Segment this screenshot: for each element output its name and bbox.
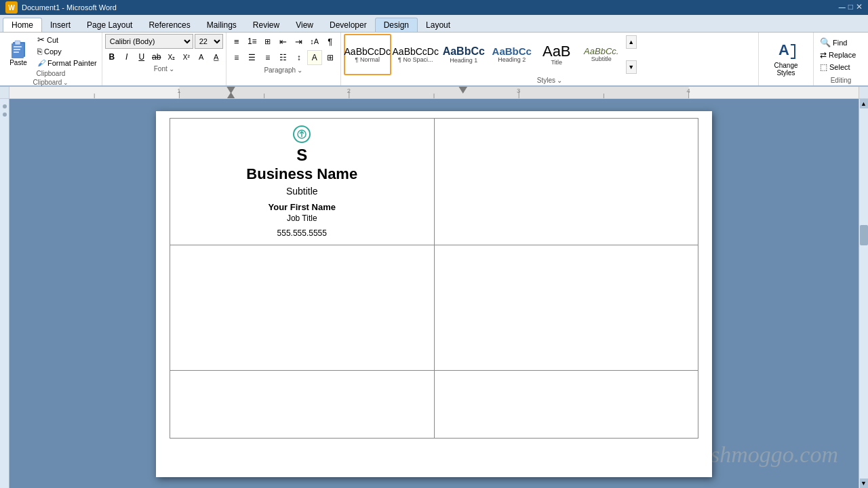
- italic-button[interactable]: I: [120, 50, 134, 64]
- superscript-button[interactable]: X²: [180, 50, 193, 64]
- copy-label: Copy: [44, 47, 62, 56]
- card-bot-left[interactable]: [170, 370, 435, 438]
- card-grid: S Business Name Subtitle Your First Name…: [170, 118, 698, 439]
- card-logo-circle: [293, 125, 311, 143]
- shading-button[interactable]: A: [307, 50, 322, 65]
- sort-button[interactable]: ↕A: [307, 34, 322, 49]
- increase-indent-button[interactable]: ⇥: [292, 34, 307, 49]
- card-your-name: Your First Name: [269, 202, 336, 212]
- paste-label: Paste: [9, 59, 27, 66]
- right-scrollbar[interactable]: ▲ ▼: [859, 99, 868, 488]
- underline-button[interactable]: U: [135, 50, 149, 64]
- card-top-left[interactable]: S Business Name Subtitle Your First Name…: [170, 119, 435, 245]
- svg-rect-5: [14, 52, 19, 53]
- borders-button[interactable]: ⊞: [323, 50, 338, 65]
- tab-view[interactable]: View: [288, 18, 321, 32]
- numbering-button[interactable]: 1≡: [245, 34, 260, 49]
- watermark: shmoggo.com: [711, 442, 838, 468]
- card-mid-right[interactable]: [434, 245, 698, 370]
- document-area: shmoggo.com: [9, 99, 859, 488]
- bold-button[interactable]: B: [105, 50, 119, 64]
- strikethrough-button[interactable]: ab: [150, 50, 163, 64]
- font-expand-icon[interactable]: ⌄: [169, 65, 174, 73]
- line-spacing-button[interactable]: ↕: [292, 50, 307, 65]
- tab-home[interactable]: Home: [3, 18, 42, 32]
- tab-review[interactable]: Review: [245, 18, 288, 32]
- tab-page-layout[interactable]: Page Layout: [79, 18, 140, 32]
- style-heading1[interactable]: AaBbCc Heading 1: [440, 34, 488, 75]
- font-size-select[interactable]: 22: [195, 34, 223, 49]
- clipboard-expand-icon[interactable]: ⌄: [63, 79, 68, 86]
- style-heading2-preview: AaBbCc: [492, 46, 532, 56]
- find-label: Find: [833, 39, 847, 47]
- style-subtitle[interactable]: AaBbCc. Subtitle: [578, 34, 625, 75]
- font-family-select[interactable]: Calibri (Body): [105, 34, 193, 49]
- svg-text:2: 2: [347, 87, 351, 94]
- style-normal-label: ¶ Normal: [355, 56, 380, 63]
- show-para-button[interactable]: ¶: [323, 34, 338, 49]
- align-right-button[interactable]: ≡: [260, 50, 275, 65]
- style-subtitle-label: Subtitle: [591, 56, 612, 62]
- card-subtitle: Subtitle: [286, 186, 318, 197]
- bullets-button[interactable]: ≡: [229, 34, 244, 49]
- format-painter-button[interactable]: 🖌 Format Painter: [35, 58, 99, 68]
- paste-button[interactable]: Paste: [3, 34, 34, 68]
- style-no-spacing-preview: AaBbCcDc: [393, 47, 439, 56]
- style-heading1-preview: AaBbCc: [443, 46, 485, 57]
- card-job-title: Job Title: [287, 214, 317, 223]
- font-color-button[interactable]: A: [210, 50, 223, 64]
- card-business-name: Business Name: [246, 165, 357, 183]
- styles-scroll-down[interactable]: ▼: [626, 60, 637, 74]
- copy-button[interactable]: ⎘ Copy: [35, 46, 99, 57]
- tab-layout[interactable]: Layout: [418, 18, 458, 32]
- justify-button[interactable]: ☷: [276, 50, 291, 65]
- style-title-preview: AaB: [542, 44, 571, 59]
- replace-label: Replace: [829, 51, 856, 59]
- card-mid-left[interactable]: [170, 245, 435, 370]
- align-center-button[interactable]: ☰: [245, 50, 260, 65]
- subscript-button[interactable]: X₂: [165, 50, 178, 64]
- align-left-button[interactable]: ≡: [229, 50, 244, 65]
- style-no-spacing[interactable]: AaBbCcDc ¶ No Spaci...: [392, 34, 439, 75]
- style-normal[interactable]: AaBbCcDc ¶ Normal: [344, 34, 391, 75]
- card-s-letter: S: [296, 146, 307, 165]
- find-button[interactable]: 🔍 Find: [818, 37, 864, 48]
- svg-text:4: 4: [686, 87, 690, 94]
- decrease-indent-button[interactable]: ⇤: [276, 34, 291, 49]
- card-top-right[interactable]: [434, 119, 698, 245]
- cut-button[interactable]: ✂ Cut: [35, 34, 99, 45]
- svg-text:1: 1: [177, 87, 180, 94]
- cut-label: Cut: [47, 36, 58, 44]
- change-styles-button[interactable]: A Change Styles: [764, 40, 808, 78]
- styles-scroll-up[interactable]: ▲: [626, 35, 637, 49]
- style-title[interactable]: AaB Title: [536, 34, 577, 75]
- style-normal-preview: AaBbCcDc: [344, 47, 391, 56]
- font-section-label: Font: [154, 65, 167, 73]
- styles-expand-icon[interactable]: ⌄: [557, 77, 562, 84]
- logo-icon: [296, 129, 307, 140]
- card-bot-right[interactable]: [434, 370, 698, 438]
- select-label: Select: [829, 63, 850, 71]
- text-effect-button[interactable]: A: [195, 50, 208, 64]
- clipboard-section-label: Clipboard: [33, 79, 62, 86]
- replace-button[interactable]: ⇄ Replace: [818, 49, 864, 60]
- select-button[interactable]: ⬚ Select: [818, 62, 864, 73]
- style-heading2[interactable]: AaBbCc Heading 2: [488, 34, 536, 75]
- style-heading2-label: Heading 2: [498, 56, 526, 63]
- tab-insert[interactable]: Insert: [42, 18, 79, 32]
- card-phone: 555.555.5555: [277, 228, 327, 238]
- editing-section-label: Editing: [831, 77, 852, 84]
- tab-references[interactable]: References: [140, 18, 198, 32]
- multilevel-button[interactable]: ⊞: [260, 34, 275, 49]
- tab-developer[interactable]: Developer: [321, 18, 375, 32]
- ruler: 1 2 3 4: [9, 87, 859, 98]
- document-page: S Business Name Subtitle Your First Name…: [156, 111, 712, 477]
- paragraph-expand-icon[interactable]: ⌄: [297, 66, 302, 74]
- tab-design[interactable]: Design: [375, 18, 418, 32]
- styles-section-label: Styles: [537, 77, 555, 84]
- svg-rect-3: [14, 46, 22, 47]
- tab-mailings[interactable]: Mailings: [199, 18, 245, 32]
- style-heading1-label: Heading 1: [450, 57, 477, 64]
- style-title-label: Title: [551, 59, 562, 66]
- svg-rect-4: [14, 49, 20, 50]
